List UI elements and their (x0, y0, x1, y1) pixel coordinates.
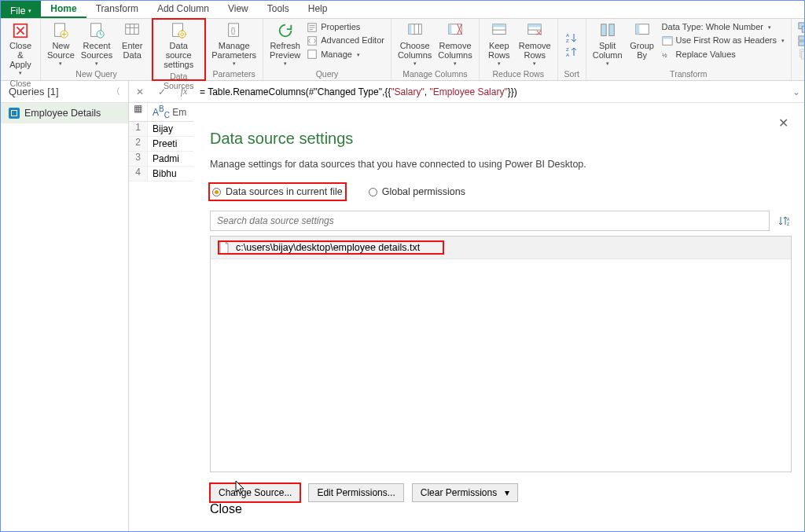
formula-cancel-icon[interactable]: ✕ (129, 86, 151, 97)
data-source-path: c:\users\bijay\desktop\employee details.… (236, 242, 420, 253)
enter-data-button[interactable]: Enter Data (116, 20, 149, 61)
refresh-preview-button[interactable]: Refresh Preview▾ (266, 20, 303, 68)
edit-permissions-button[interactable]: Edit Permissions... (308, 483, 403, 502)
close-dialog-label: Close (210, 502, 242, 515)
dialog-subtitle: Manage settings for data sources that yo… (210, 159, 792, 170)
radio-current-file[interactable]: Data sources in current file (210, 184, 345, 200)
combine-files-button[interactable]: Combine Files (795, 48, 805, 61)
split-column-button[interactable]: Split Column▾ (590, 20, 626, 68)
column-header[interactable]: ABC Em (148, 103, 191, 121)
group-by-button[interactable]: Group By (626, 20, 659, 61)
first-row-headers-button[interactable]: Use First Row as Headers▾ (659, 34, 788, 47)
search-data-source-input[interactable] (210, 211, 770, 231)
queries-title: Queries [1] (9, 86, 59, 97)
ribbon-group-parameters: {} Manage Parameters▾ Parameters (205, 19, 263, 80)
fx-icon[interactable]: fx (173, 86, 195, 97)
sort-icon[interactable]: AZ (776, 213, 792, 229)
headers-icon (662, 35, 673, 46)
chevron-down-icon: ▾ (95, 61, 98, 67)
group-label-parameters: Parameters (208, 68, 259, 80)
search-row: AZ (210, 211, 792, 231)
formula-bar: ✕ ✓ fx = Table.RenameColumns(#"Changed T… (129, 81, 804, 103)
row-number: 2 (129, 137, 148, 151)
ribbon-group-manage-columns: Choose Columns▾ Remove Columns▾ Manage C… (391, 19, 480, 80)
remove-columns-button[interactable]: Remove Columns▾ (435, 20, 475, 68)
close-dialog-button[interactable]: Close (210, 502, 792, 516)
manage-icon (307, 49, 318, 60)
query-item-employee-details[interactable]: Employee Details (1, 103, 128, 123)
manage-parameters-button[interactable]: {} Manage Parameters▾ (208, 20, 259, 68)
remove-columns-icon (447, 22, 464, 39)
group-label-query: Query (266, 68, 388, 80)
data-source-list[interactable]: c:\users\bijay\desktop\employee details.… (210, 236, 792, 472)
ribbon-group-close: Close & Apply ▾ Close (1, 19, 41, 80)
manage-parameters-label: Manage Parameters (211, 41, 256, 60)
chevron-left-icon[interactable]: 〈 (112, 86, 120, 97)
queries-header[interactable]: Queries [1] 〈 (1, 81, 128, 103)
formula-input[interactable]: = Table.RenameColumns(#"Changed Type",{{… (195, 86, 788, 97)
chevron-down-icon: ▾ (768, 24, 771, 31)
ribbon-group-reduce-rows: Keep Rows▾ Remove Rows▾ Reduce Rows (480, 19, 558, 80)
svg-rect-38 (801, 52, 805, 60)
choose-columns-button[interactable]: Choose Columns▾ (395, 20, 435, 68)
svg-rect-19 (492, 24, 505, 28)
remove-columns-label: Remove Columns (438, 41, 472, 60)
formula-commit-icon[interactable]: ✓ (151, 86, 173, 97)
radio-icon (369, 188, 377, 196)
tab-tools[interactable]: Tools (258, 1, 299, 18)
cell[interactable]: Preeti (148, 137, 182, 151)
tab-add-column[interactable]: Add Column (148, 1, 219, 18)
remove-rows-button[interactable]: Remove Rows▾ (516, 20, 554, 68)
formula-expand-icon[interactable]: ⌄ (788, 86, 804, 97)
svg-point-7 (178, 31, 186, 38)
keep-rows-button[interactable]: Keep Rows▾ (483, 20, 516, 68)
data-grid[interactable]: ▦ABC Em 1Bijay 2Preeti 3Padmi 4Bibhu (129, 103, 193, 182)
manage-button[interactable]: Manage▾ (303, 48, 388, 61)
tab-view[interactable]: View (219, 1, 258, 18)
recent-sources-button[interactable]: Recent Sources▾ (78, 20, 116, 68)
close-apply-button[interactable]: Close & Apply ▾ (4, 20, 37, 78)
properties-icon (307, 22, 318, 33)
svg-text:Z: Z (787, 222, 789, 226)
merge-icon (798, 22, 805, 33)
tab-help[interactable]: Help (299, 1, 337, 18)
ribbon-group-query: Refresh Preview▾ Properties Advanced Edi… (263, 19, 391, 80)
svg-rect-5 (126, 24, 139, 35)
new-source-button[interactable]: New Source▾ (44, 20, 78, 68)
change-source-button[interactable]: Change Source... (210, 483, 300, 502)
query-item-label: Employee Details (24, 108, 101, 119)
group-label-manage-columns: Manage Columns (395, 68, 476, 80)
merge-queries-button[interactable]: Merge Queries▾ (795, 20, 805, 34)
formula-text-1: = Table.RenameColumns(#"Changed Type",{{ (200, 86, 391, 97)
radio-global-permissions[interactable]: Global permissions (369, 186, 465, 197)
cell[interactable]: Bijay (148, 122, 178, 136)
data-source-settings-dialog: ✕ Data source settings Manage settings f… (201, 108, 800, 525)
chevron-down-icon: ▾ (19, 70, 22, 76)
replace-values-button[interactable]: ½Replace Values (659, 48, 788, 61)
ribbon-group-data-sources: Data source settings Data Sources (153, 19, 205, 80)
sort-asc-icon[interactable]: AZ (565, 31, 578, 44)
svg-text:A: A (566, 53, 569, 57)
sort-desc-icon[interactable]: ZA (565, 46, 578, 58)
ribbon-group-combine: Merge Queries▾ Append Queries▾ Combine F… (792, 19, 805, 80)
svg-rect-21 (528, 24, 542, 28)
tab-home[interactable]: Home (41, 1, 86, 18)
append-queries-button[interactable]: Append Queries▾ (795, 34, 805, 47)
data-source-row[interactable]: c:\users\bijay\desktop\employee details.… (211, 237, 791, 259)
clear-permissions-button[interactable]: Clear Permissions▾ (412, 483, 518, 502)
tab-transform[interactable]: Transform (86, 1, 148, 18)
append-icon (798, 35, 805, 46)
change-source-label: Change Source... (219, 487, 292, 498)
queries-pane: Queries [1] 〈 Employee Details (1, 81, 129, 531)
advanced-editor-button[interactable]: Advanced Editor (303, 34, 388, 47)
cell[interactable]: Bibhu (148, 167, 182, 181)
dialog-close-icon[interactable]: ✕ (778, 116, 788, 130)
choose-columns-label: Choose Columns (398, 41, 432, 60)
data-type-button[interactable]: Data Type: Whole Number▾ (659, 20, 788, 34)
chevron-down-icon: ▾ (284, 61, 287, 67)
cell[interactable]: Padmi (148, 152, 184, 166)
data-source-settings-button[interactable]: Data source settings (156, 20, 201, 71)
edit-permissions-label: Edit Permissions... (317, 487, 395, 498)
tab-file[interactable]: File ▾ (1, 1, 41, 18)
properties-button[interactable]: Properties (303, 20, 388, 34)
